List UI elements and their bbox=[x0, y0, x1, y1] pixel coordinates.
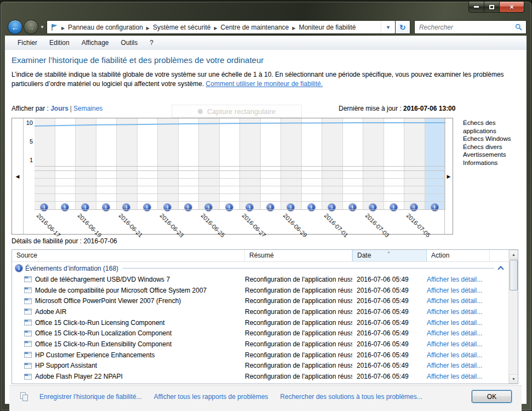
view-days-link[interactable]: Jours bbox=[50, 105, 68, 112]
forward-button[interactable]: → bbox=[24, 20, 38, 35]
cell-summary: Reconfiguration de l'application réussie bbox=[245, 351, 352, 359]
table-row[interactable]: Office 15 Click-to-Run Localization Comp… bbox=[12, 328, 508, 339]
column-header-date[interactable]: Date▲ bbox=[352, 250, 427, 261]
capture-tool-ghost-overlay: Capture rectangulaire bbox=[171, 105, 302, 118]
minimize-button[interactable] bbox=[468, 2, 484, 13]
chart-day-column[interactable]: i bbox=[302, 118, 323, 209]
application-icon bbox=[24, 309, 32, 315]
chart-day-column[interactable]: i bbox=[179, 118, 199, 209]
ok-button[interactable]: OK bbox=[472, 390, 512, 403]
view-details-link[interactable]: Afficher les détail... bbox=[427, 373, 482, 380]
column-header-action[interactable]: Action bbox=[427, 250, 490, 261]
collapse-chevron-icon[interactable] bbox=[497, 266, 504, 272]
history-dropdown-icon[interactable]: ▼ bbox=[40, 25, 44, 30]
footer-link-1[interactable]: Afficher tous les rapports de problèmes bbox=[154, 393, 268, 401]
breadcrumb: ▶Panneau de configuration▶Système et séc… bbox=[58, 24, 356, 31]
breadcrumb-item-0[interactable]: Panneau de configuration bbox=[68, 24, 143, 31]
chart-day-column[interactable]: i bbox=[220, 118, 241, 209]
help-link[interactable]: Comment utiliser le moniteur de fiabilit… bbox=[206, 80, 323, 88]
menu-item-1[interactable]: Edition bbox=[43, 37, 76, 49]
address-bar[interactable]: ▶Panneau de configuration▶Système et séc… bbox=[47, 20, 396, 34]
view-details-link[interactable]: Afficher les détail... bbox=[427, 276, 482, 283]
view-details-link[interactable]: Afficher les détail... bbox=[427, 297, 482, 305]
chart-day-column[interactable]: i bbox=[261, 118, 282, 209]
column-header-source[interactable]: Source bbox=[12, 250, 245, 261]
breadcrumb-item-3[interactable]: Moniteur de fiabilité bbox=[299, 24, 356, 31]
cell-action: Afficher les détail... bbox=[427, 319, 490, 327]
cell-source: Office 15 Click-to-Run Licensing Compone… bbox=[12, 319, 245, 327]
chart-day-column[interactable]: i bbox=[96, 118, 117, 209]
chart-day-column[interactable]: i bbox=[240, 118, 261, 209]
table-row[interactable]: Module de compatibilité pour Microsoft O… bbox=[12, 285, 508, 296]
table-row[interactable]: Outil de téléchargement USB/DVD Windows … bbox=[12, 274, 508, 285]
table-row[interactable]: Adobe Flash Player 22 NPAPIReconfigurati… bbox=[12, 371, 508, 382]
close-button[interactable]: × bbox=[500, 2, 524, 13]
menu-item-4[interactable]: ? bbox=[144, 37, 159, 49]
date-tick-label: 2016-06-27 bbox=[241, 212, 267, 238]
table-row[interactable]: HP Support AssistantReconfiguration de l… bbox=[12, 361, 508, 372]
refresh-button[interactable]: ↻ bbox=[396, 20, 410, 34]
cell-source: Outil de téléchargement USB/DVD Windows … bbox=[12, 276, 245, 283]
view-details-link[interactable]: Afficher les détail... bbox=[427, 362, 482, 369]
chart-scroll-right-button[interactable]: ▶ bbox=[444, 118, 453, 234]
chart-day-column[interactable]: i bbox=[138, 118, 158, 209]
table-row[interactable]: Office 15 Click-to-Run Extensibility Com… bbox=[12, 339, 508, 350]
chart-day-column[interactable]: i bbox=[117, 118, 138, 209]
address-dropdown-icon[interactable]: ▼ bbox=[381, 21, 395, 33]
chart-day-column[interactable]: i bbox=[425, 118, 446, 209]
chart-day-column[interactable]: i bbox=[322, 118, 343, 209]
view-weeks-link[interactable]: Semaines bbox=[73, 105, 102, 112]
view-details-link[interactable]: Afficher les détail... bbox=[427, 287, 482, 294]
footer-link-0[interactable]: Enregistrer l’historique de fiabilité... bbox=[39, 393, 142, 401]
breadcrumb-item-1[interactable]: Système et sécurité bbox=[153, 24, 210, 31]
chart-day-column[interactable]: i bbox=[363, 118, 384, 209]
search-box[interactable] bbox=[414, 20, 527, 34]
menu-item-2[interactable]: Affichage bbox=[76, 37, 115, 49]
chart-day-column[interactable]: i bbox=[384, 118, 405, 209]
date-tick-label: 2016-06-21 bbox=[118, 212, 144, 238]
chart-day-column[interactable]: i bbox=[55, 118, 76, 209]
view-details-link[interactable]: Afficher les détail... bbox=[427, 308, 482, 316]
chart-day-column[interactable]: i bbox=[158, 118, 179, 209]
view-details-link[interactable]: Afficher les détail... bbox=[427, 329, 482, 337]
client-area: FichierEditionAffichageOutils? Examiner … bbox=[5, 36, 527, 404]
maximize-button[interactable] bbox=[484, 2, 500, 13]
view-details-link[interactable]: Afficher les détail... bbox=[427, 340, 482, 348]
table-row[interactable]: Microsoft Office PowerPoint Viewer 2007 … bbox=[12, 295, 508, 306]
scroll-up-icon[interactable]: ▲ bbox=[509, 250, 518, 259]
chart-scroll-left-button[interactable]: ◀ bbox=[12, 118, 24, 234]
table-row[interactable]: Adobe AIRReconfiguration de l'applicatio… bbox=[12, 306, 508, 317]
footer-link-2[interactable]: Rechercher des solutions à tous les prob… bbox=[280, 393, 422, 401]
last-update-label: Dernière mise à jour : bbox=[339, 105, 402, 112]
table-scrollbar[interactable]: ▲ ▼ bbox=[508, 250, 518, 384]
chart-day-column[interactable]: i bbox=[404, 118, 425, 209]
chart-day-column[interactable]: i bbox=[199, 118, 220, 209]
chart-legend: Échecs des applicationsÉchecs WindowsÉch… bbox=[463, 119, 527, 167]
view-details-link[interactable]: Afficher les détail... bbox=[427, 319, 482, 327]
event-group-row[interactable]: i Événements d’information (168) bbox=[12, 262, 508, 274]
menu-item-0[interactable]: Fichier bbox=[12, 37, 43, 49]
breadcrumb-separator-icon: ▶ bbox=[289, 26, 299, 31]
source-text: Office 15 Click-to-Run Extensibility Com… bbox=[35, 340, 171, 348]
date-tick-label: 2016-06-23 bbox=[159, 212, 185, 238]
chart-day-column[interactable]: i bbox=[343, 118, 364, 209]
breadcrumb-separator-icon: ▶ bbox=[58, 26, 68, 31]
table-row[interactable]: Office 15 Click-to-Run Licensing Compone… bbox=[12, 317, 508, 328]
search-icon[interactable] bbox=[515, 24, 522, 31]
reliability-chart: ◀ 10 5 1 iiiiiiiiiiiiiiiiiiii 2016-06-17… bbox=[12, 118, 453, 235]
back-button[interactable]: ← bbox=[8, 20, 22, 35]
chart-day-column[interactable]: i bbox=[281, 118, 302, 209]
chart-day-column[interactable]: i bbox=[35, 118, 55, 209]
column-header-resume[interactable]: Résumé bbox=[245, 250, 352, 261]
minimize-icon bbox=[474, 6, 479, 8]
cell-date: 2016-07-06 05:49 bbox=[352, 297, 427, 305]
chart-day-column[interactable]: i bbox=[76, 118, 96, 209]
scroll-down-icon[interactable]: ▼ bbox=[509, 374, 518, 384]
table-row[interactable]: PowerDirectorReconfiguration de l'applic… bbox=[12, 382, 508, 384]
breadcrumb-item-2[interactable]: Centre de maintenance bbox=[221, 24, 289, 31]
scrollbar-thumb[interactable] bbox=[510, 260, 518, 290]
search-input[interactable] bbox=[415, 24, 515, 31]
table-row[interactable]: HP Customer Experience EnhancementsRecon… bbox=[12, 350, 508, 361]
menu-item-3[interactable]: Outils bbox=[115, 37, 144, 49]
view-details-link[interactable]: Afficher les détail... bbox=[427, 351, 482, 359]
